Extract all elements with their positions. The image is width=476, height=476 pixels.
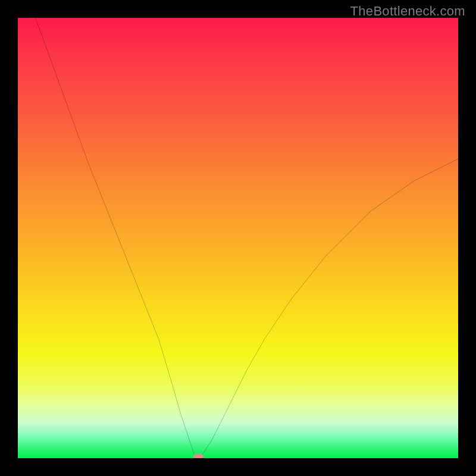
plot-area	[18, 18, 458, 458]
minimum-marker	[193, 454, 203, 458]
chart-frame	[0, 0, 476, 476]
bottleneck-curve	[18, 18, 458, 458]
watermark-text: TheBottleneck.com	[350, 4, 465, 19]
